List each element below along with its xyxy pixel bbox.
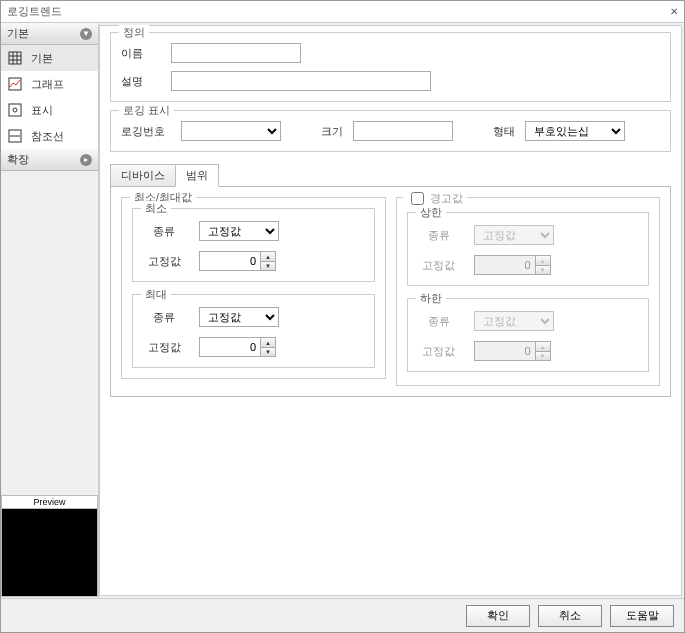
max-fixed-spinner[interactable]: ▲▼ bbox=[199, 337, 276, 357]
svg-point-7 bbox=[13, 108, 17, 112]
lower-fixed-spinner: ▲▼ bbox=[474, 341, 551, 361]
min-fixed-input[interactable] bbox=[199, 251, 261, 271]
sidebar-spacer bbox=[1, 171, 98, 495]
sidebar-item-display[interactable]: 표시 bbox=[1, 97, 98, 123]
accordion-label: 확장 bbox=[7, 152, 29, 167]
spin-down-icon[interactable]: ▼ bbox=[261, 347, 275, 356]
spin-down-icon[interactable]: ▼ bbox=[261, 261, 275, 270]
tab-range[interactable]: 범위 bbox=[175, 164, 219, 187]
spin-up-icon[interactable]: ▲ bbox=[261, 338, 275, 347]
group-legend: 최대 bbox=[141, 287, 171, 302]
sidebar-item-graph[interactable]: 그래프 bbox=[1, 71, 98, 97]
main-panel: 정의 이름 설명 로깅 표시 로깅번호 크기 bbox=[99, 25, 682, 596]
spin-up-icon: ▲ bbox=[536, 342, 550, 351]
upper-fixed-input bbox=[474, 255, 536, 275]
line-icon bbox=[7, 128, 23, 144]
lognum-select[interactable] bbox=[181, 121, 281, 141]
desc-label: 설명 bbox=[121, 74, 161, 89]
type-label: 형태 bbox=[493, 124, 515, 139]
chevron-down-icon: ▼ bbox=[80, 28, 92, 40]
tab-device[interactable]: 디바이스 bbox=[110, 164, 176, 186]
spin-down-icon: ▼ bbox=[536, 265, 550, 274]
fixed-label: 고정값 bbox=[418, 344, 460, 359]
group-upper: 상한 종류 고정값 고정값 ▲▼ bbox=[407, 212, 650, 286]
type-select[interactable]: 부호있는십진수 bbox=[525, 121, 625, 141]
kind-label: 종류 bbox=[418, 228, 460, 243]
accordion-label: 기본 bbox=[7, 26, 29, 41]
preview-box bbox=[1, 509, 98, 597]
preview-label: Preview bbox=[1, 495, 98, 509]
name-input[interactable] bbox=[171, 43, 301, 63]
accordion-basic[interactable]: 기본 ▼ bbox=[1, 23, 98, 45]
help-button[interactable]: 도움말 bbox=[610, 605, 674, 627]
accordion-extended[interactable]: 확장 ▸ bbox=[1, 149, 98, 171]
tab-panel-range: 최소/최대값 최소 종류 고정값 고정값 ▲▼ bbox=[110, 187, 671, 397]
group-legend: 로깅 표시 bbox=[119, 103, 174, 118]
kind-label: 종류 bbox=[418, 314, 460, 329]
group-lower: 하한 종류 고정값 고정값 ▲▼ bbox=[407, 298, 650, 372]
cancel-button[interactable]: 취소 bbox=[538, 605, 602, 627]
lognum-label: 로깅번호 bbox=[121, 124, 171, 139]
upper-fixed-spinner: ▲▼ bbox=[474, 255, 551, 275]
lower-fixed-input bbox=[474, 341, 536, 361]
chevron-right-icon: ▸ bbox=[80, 154, 92, 166]
sidebar-item-basic[interactable]: 기본 bbox=[1, 45, 98, 71]
group-legend: 최소 bbox=[141, 201, 171, 216]
warn-checkbox[interactable] bbox=[411, 192, 424, 205]
group-legend: 정의 bbox=[119, 25, 149, 40]
spin-down-icon: ▼ bbox=[536, 351, 550, 360]
group-minmax: 최소/최대값 최소 종류 고정값 고정값 ▲▼ bbox=[121, 197, 386, 379]
kind-label: 종류 bbox=[143, 224, 185, 239]
sidebar-item-label: 표시 bbox=[31, 103, 53, 118]
group-min: 최소 종류 고정값 고정값 ▲▼ bbox=[132, 208, 375, 282]
warn-legend: 경고값 bbox=[430, 191, 463, 206]
size-input[interactable] bbox=[353, 121, 453, 141]
upper-kind-select: 고정값 bbox=[474, 225, 554, 245]
group-legend: 하한 bbox=[416, 291, 446, 306]
sidebar-item-label: 그래프 bbox=[31, 77, 64, 92]
titlebar: 로깅트렌드 ✕ bbox=[1, 1, 684, 23]
fixed-label: 고정값 bbox=[143, 254, 185, 269]
table-icon bbox=[7, 50, 23, 66]
group-definition: 정의 이름 설명 bbox=[110, 32, 671, 102]
sidebar-item-refline[interactable]: 참조선 bbox=[1, 123, 98, 149]
kind-label: 종류 bbox=[143, 310, 185, 325]
nav-list: 기본 그래프 표시 참 bbox=[1, 45, 98, 149]
close-icon[interactable]: ✕ bbox=[670, 6, 678, 17]
chart-icon bbox=[7, 76, 23, 92]
dialog-window: 로깅트렌드 ✕ 기본 ▼ 기본 그래프 bbox=[0, 0, 685, 633]
footer: 확인 취소 도움말 bbox=[1, 598, 684, 632]
group-warn: 경고값 상한 종류 고정값 고정값 bbox=[396, 197, 661, 386]
sidebar: 기본 ▼ 기본 그래프 bbox=[1, 23, 99, 598]
sidebar-item-label: 기본 bbox=[31, 51, 53, 66]
fixed-label: 고정값 bbox=[418, 258, 460, 273]
window-title: 로깅트렌드 bbox=[7, 4, 62, 19]
body: 기본 ▼ 기본 그래프 bbox=[1, 23, 684, 598]
name-label: 이름 bbox=[121, 46, 161, 61]
spin-up-icon[interactable]: ▲ bbox=[261, 252, 275, 261]
size-label: 크기 bbox=[321, 124, 343, 139]
ok-button[interactable]: 확인 bbox=[466, 605, 530, 627]
svg-rect-6 bbox=[9, 104, 21, 116]
group-legend: 상한 bbox=[416, 205, 446, 220]
group-logging: 로깅 표시 로깅번호 크기 형태 부호있는십진수 bbox=[110, 110, 671, 152]
group-max: 최대 종류 고정값 고정값 ▲▼ bbox=[132, 294, 375, 368]
max-fixed-input[interactable] bbox=[199, 337, 261, 357]
max-kind-select[interactable]: 고정값 bbox=[199, 307, 279, 327]
sidebar-item-label: 참조선 bbox=[31, 129, 64, 144]
min-kind-select[interactable]: 고정값 bbox=[199, 221, 279, 241]
lower-kind-select: 고정값 bbox=[474, 311, 554, 331]
eye-icon bbox=[7, 102, 23, 118]
svg-rect-0 bbox=[9, 52, 21, 64]
fixed-label: 고정값 bbox=[143, 340, 185, 355]
spin-up-icon: ▲ bbox=[536, 256, 550, 265]
min-fixed-spinner[interactable]: ▲▼ bbox=[199, 251, 276, 271]
tabstrip: 디바이스 범위 bbox=[110, 164, 671, 187]
desc-input[interactable] bbox=[171, 71, 431, 91]
